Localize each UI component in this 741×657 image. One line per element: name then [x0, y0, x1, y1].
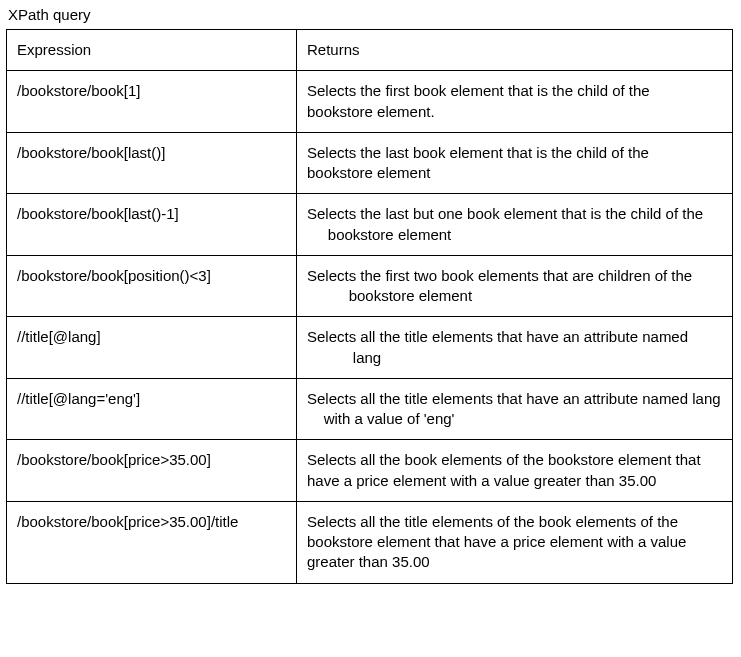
table-row: /bookstore/book[last()-1] Selects the la…	[7, 194, 733, 256]
cell-expression: /bookstore/book[1]	[7, 71, 297, 133]
cell-returns: Selects all the book elements of the boo…	[297, 440, 733, 502]
table-row: /bookstore/book[1] Selects the first boo…	[7, 71, 733, 133]
cell-expression: /bookstore/book[position()<3]	[7, 255, 297, 317]
table-row: /bookstore/book[price>35.00]/title Selec…	[7, 501, 733, 583]
cell-expression: //title[@lang]	[7, 317, 297, 379]
table-row: //title[@lang='eng'] Selects all the tit…	[7, 378, 733, 440]
xpath-table: Expression Returns /bookstore/book[1] Se…	[6, 29, 733, 584]
table-row: /bookstore/book[position()<3] Selects th…	[7, 255, 733, 317]
cell-expression: /bookstore/book[price>35.00]/title	[7, 501, 297, 583]
table-header-row: Expression Returns	[7, 30, 733, 71]
cell-returns: Selects the first book element that is t…	[297, 71, 733, 133]
cell-returns: Selects all the title elements of the bo…	[297, 501, 733, 583]
cell-returns: Selects all the title elements that have…	[297, 378, 733, 440]
table-row: /bookstore/book[last()] Selects the last…	[7, 132, 733, 194]
cell-expression: //title[@lang='eng']	[7, 378, 297, 440]
cell-returns: Selects the last but one book element th…	[297, 194, 733, 256]
cell-returns: Selects the last book element that is th…	[297, 132, 733, 194]
table-row: /bookstore/book[price>35.00] Selects all…	[7, 440, 733, 502]
table-row: //title[@lang] Selects all the title ele…	[7, 317, 733, 379]
cell-expression: /bookstore/book[last()]	[7, 132, 297, 194]
header-expression: Expression	[7, 30, 297, 71]
cell-returns: Selects all the title elements that have…	[297, 317, 733, 379]
cell-returns: Selects the first two book elements that…	[297, 255, 733, 317]
page-title: XPath query	[8, 6, 735, 23]
header-returns: Returns	[297, 30, 733, 71]
cell-expression: /bookstore/book[price>35.00]	[7, 440, 297, 502]
cell-expression: /bookstore/book[last()-1]	[7, 194, 297, 256]
